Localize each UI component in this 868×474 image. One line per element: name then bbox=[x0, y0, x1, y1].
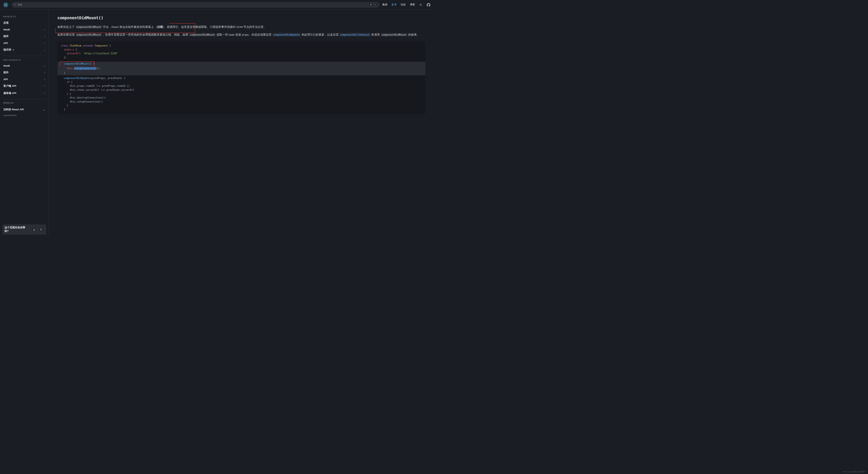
chevron-right-icon: › bbox=[44, 78, 45, 81]
code-example: class ChatRoom extends Component { state… bbox=[57, 42, 425, 114]
chevron-right-icon: › bbox=[44, 42, 45, 45]
flask-icon: ⚗ bbox=[12, 49, 14, 51]
nav-tutorial[interactable]: 教程 bbox=[382, 3, 388, 7]
sidebar-item-dom-components[interactable]: 组件› bbox=[2, 69, 46, 76]
github-icon[interactable] bbox=[426, 2, 431, 7]
search-placeholder: 搜索 bbox=[18, 3, 367, 6]
sidebar-item-components[interactable]: 组件› bbox=[2, 33, 46, 40]
sidebar-item-dom-hook[interactable]: Hook› bbox=[2, 63, 46, 69]
thumbs-down-button[interactable] bbox=[38, 227, 44, 232]
search-shortcut: ⌘K bbox=[369, 3, 377, 6]
chevron-right-icon: › bbox=[44, 28, 45, 31]
feedback-bar: 这个页面对你有帮助? bbox=[2, 225, 46, 235]
link-componentwillunmount[interactable]: componentWillUnmount bbox=[339, 33, 370, 36]
nav-blog[interactable]: 博客 bbox=[410, 3, 415, 7]
sidebar-item-legacy-react-api[interactable]: 过时的 React API⌄ bbox=[2, 106, 46, 113]
sidebar-section-reactdom: react-dom@18.2.0 bbox=[3, 59, 46, 61]
sidebar-section-legacy: 过时的 API bbox=[3, 102, 46, 105]
chevron-right-icon: › bbox=[44, 35, 45, 38]
svg-point-0 bbox=[5, 4, 6, 5]
nav-reference[interactable]: 参考 bbox=[392, 3, 397, 7]
link-componentdidupdate[interactable]: componentDidUpdate bbox=[272, 33, 301, 36]
chevron-right-icon: › bbox=[44, 64, 45, 67]
react-logo[interactable] bbox=[3, 2, 9, 8]
sidebar-item-server-api[interactable]: 服务端 API› bbox=[2, 90, 46, 97]
nav-community[interactable]: 社区 bbox=[401, 3, 406, 7]
sidebar-item-directives[interactable]: 指示符⚗› bbox=[2, 46, 46, 53]
search-input[interactable]: 搜索 ⌘K bbox=[11, 2, 379, 8]
svg-point-4 bbox=[14, 4, 16, 5]
sidebar-section-react: react@18.2.0 bbox=[3, 15, 46, 18]
sidebar-subitem-cloneelement[interactable]: cloneElement bbox=[2, 114, 46, 117]
search-icon bbox=[14, 3, 16, 6]
theme-toggle-icon[interactable] bbox=[418, 2, 423, 7]
sidebar-item-dom-api[interactable]: API› bbox=[2, 76, 46, 83]
paragraph-1: 如果你定义了 componentDidMount 方法，React 将会在组件被… bbox=[57, 24, 425, 30]
paragraph-2: 如果你要实现 componentDidMount，你通常需要设置一些其他的生命周… bbox=[57, 32, 425, 37]
thumbs-up-button[interactable] bbox=[31, 227, 37, 232]
section-heading: componentDidMount() bbox=[57, 16, 425, 20]
sidebar: react@18.2.0 总览 Hook› 组件› API› 指示符⚗› rea… bbox=[0, 10, 49, 237]
chevron-down-icon: ⌄ bbox=[43, 108, 45, 111]
sidebar-item-api[interactable]: API› bbox=[2, 40, 46, 46]
sidebar-item-client-api[interactable]: 客户端 API› bbox=[2, 83, 46, 90]
sidebar-item-overview[interactable]: 总览 bbox=[2, 19, 46, 26]
chevron-right-icon: › bbox=[44, 71, 45, 74]
chevron-right-icon: › bbox=[44, 92, 45, 94]
chevron-right-icon: › bbox=[44, 49, 45, 52]
chevron-right-icon: › bbox=[44, 85, 45, 87]
svg-point-5 bbox=[420, 4, 421, 5]
feedback-text: 这个页面对你有帮助? bbox=[5, 226, 28, 233]
main-content: componentDidMount() 如果你定义了 componentDidM… bbox=[49, 10, 434, 237]
sidebar-item-hook[interactable]: Hook› bbox=[2, 26, 46, 33]
